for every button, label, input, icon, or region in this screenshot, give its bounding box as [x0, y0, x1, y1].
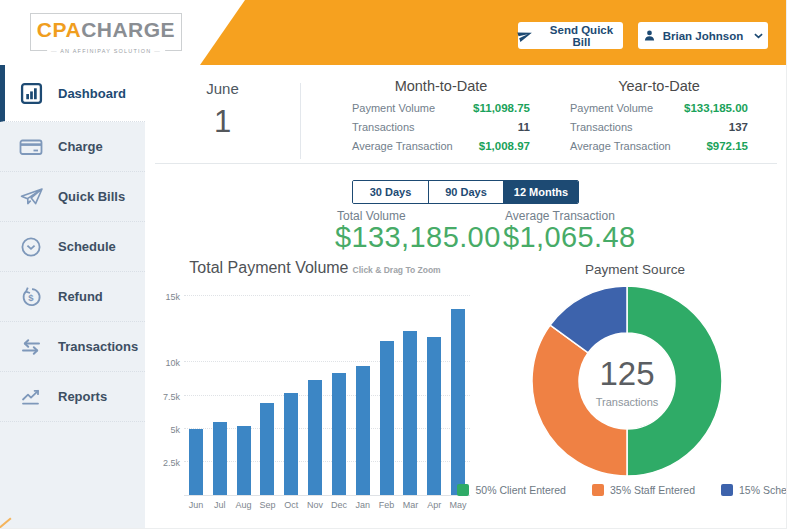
logo-wordmark: CPACHARGE: [31, 14, 181, 46]
x-axis-tick-label: Oct: [279, 500, 303, 510]
x-axis-tick-label: May: [446, 500, 470, 510]
stat-value: $1,008.97: [479, 140, 530, 152]
bar-apr[interactable]: [427, 337, 441, 495]
stat-label: Transactions: [570, 121, 633, 133]
dashboard-icon: [17, 82, 45, 105]
sidebar-item-dashboard[interactable]: Dashboard: [0, 65, 145, 122]
bar-slot: Jun: [184, 296, 208, 495]
x-axis-tick-label: Jun: [184, 500, 208, 510]
bar-chart-title: Total Payment VolumeClick & Drag To Zoom: [158, 259, 472, 277]
stat-row: Transactions 137: [570, 121, 748, 133]
bar-chart-subtitle: Click & Drag To Zoom: [353, 265, 441, 275]
cpacharge-logo: CPACHARGE AN AFFINIPAY SOLUTION: [30, 13, 182, 51]
average-transaction-value: $1,065.48: [503, 221, 636, 254]
sidebar-item-label: Reports: [58, 389, 107, 404]
bar-slot: Apr: [422, 296, 446, 495]
legend-swatch: [721, 484, 733, 496]
bar-jun[interactable]: [189, 429, 203, 495]
line-chart-icon: [17, 386, 45, 408]
current-date: June 1: [145, 80, 300, 140]
y-axis-tick-label: 15k: [156, 292, 180, 302]
bar-sep[interactable]: [260, 403, 274, 495]
transfer-arrows-icon: [17, 337, 45, 357]
send-quick-bill-button[interactable]: Send Quick Bill: [518, 22, 623, 49]
legend-item-scheduled[interactable]: 15% Scheduled: [721, 484, 787, 496]
total-payment-volume-chart[interactable]: 2.5k5k7.5k10k15kJunJulAugSepOctNovDecJan…: [158, 286, 472, 518]
sidebar-item-label: Refund: [58, 289, 103, 304]
date-day: 1: [145, 104, 300, 140]
donut-slice-client-entered[interactable]: [627, 286, 722, 476]
user-icon: [643, 29, 656, 42]
credit-card-icon: [17, 137, 45, 157]
paper-plane-icon: [17, 186, 45, 207]
y-axis-tick-label: 5k: [156, 425, 180, 435]
sidebar-item-quick-bills[interactable]: Quick Bills: [0, 172, 145, 222]
legend-swatch: [457, 484, 469, 496]
x-axis-tick-label: Feb: [375, 500, 399, 510]
bar-slot: Dec: [327, 296, 351, 495]
x-axis-tick-label: Apr: [422, 500, 446, 510]
stat-label: Average Transaction: [352, 140, 453, 152]
stat-label: Payment Volume: [570, 102, 653, 114]
month-to-date-panel: Month-to-Date Payment Volume $11,098.75 …: [352, 78, 530, 152]
stat-label: Transactions: [352, 121, 415, 133]
tab-12-months[interactable]: 12 Months: [503, 181, 578, 203]
bar-slot: Sep: [256, 296, 280, 495]
sidebar-item-refund[interactable]: $ Refund: [0, 272, 145, 322]
sidebar-item-label: Quick Bills: [58, 189, 125, 204]
bar-slot: Jan: [351, 296, 375, 495]
bar-oct[interactable]: [284, 393, 298, 495]
stat-value: $133,185.00: [684, 102, 748, 114]
bar-slot: Mar: [399, 296, 423, 495]
sidebar-item-label: Schedule: [58, 239, 116, 254]
x-axis-tick-label: Nov: [303, 500, 327, 510]
sidebar-item-reports[interactable]: Reports: [0, 372, 145, 422]
x-axis-tick-label: Mar: [399, 500, 423, 510]
clock-icon: [17, 236, 45, 258]
bar-feb[interactable]: [380, 341, 394, 495]
bar-aug[interactable]: [237, 426, 251, 495]
sidebar-item-label: Charge: [58, 139, 103, 154]
year-to-date-title: Year-to-Date: [570, 78, 748, 94]
bar-nov[interactable]: [308, 380, 322, 495]
tab-90-days[interactable]: 90 Days: [428, 181, 503, 203]
bar-jul[interactable]: [213, 422, 227, 495]
send-quick-bill-label: Send Quick Bill: [540, 24, 623, 48]
month-to-date-title: Month-to-Date: [352, 78, 530, 94]
sidebar: Dashboard Charge Quick Bills Schedule $ …: [0, 65, 145, 528]
payment-source-legend: 50% Client Entered35% Staff Entered15% S…: [486, 484, 784, 496]
bar-slot: Aug: [232, 296, 256, 495]
x-axis-tick-label: Aug: [232, 500, 256, 510]
bar-chart-plot-area[interactable]: 2.5k5k7.5k10k15kJunJulAugSepOctNovDecJan…: [184, 296, 470, 496]
date-range-tabs: 30 Days 90 Days 12 Months: [352, 180, 579, 204]
legend-swatch: [592, 484, 604, 496]
user-name-label: Brian Johnson: [663, 30, 744, 42]
sidebar-item-schedule[interactable]: Schedule: [0, 222, 145, 272]
sidebar-item-label: Transactions: [58, 339, 138, 354]
total-volume-value: $133,185.00: [335, 221, 501, 254]
logo-charge-text: CHARGE: [81, 18, 175, 41]
user-menu-button[interactable]: Brian Johnson: [638, 22, 768, 49]
sidebar-item-transactions[interactable]: Transactions: [0, 322, 145, 372]
stat-value: 137: [729, 121, 748, 133]
refund-arrow-icon: $: [17, 286, 45, 308]
legend-item-client-entered[interactable]: 50% Client Entered: [457, 484, 565, 496]
tab-30-days[interactable]: 30 Days: [353, 181, 428, 203]
y-axis-tick-label: 2.5k: [156, 458, 180, 468]
legend-item-staff-entered[interactable]: 35% Staff Entered: [592, 484, 695, 496]
paper-plane-icon: [518, 29, 533, 42]
donut-slice-staff-entered[interactable]: [532, 325, 627, 476]
stat-label: Payment Volume: [352, 102, 435, 114]
stat-label: Average Transaction: [570, 140, 671, 152]
bar-may[interactable]: [451, 309, 465, 495]
bar-dec[interactable]: [332, 373, 346, 495]
sidebar-item-label: Dashboard: [58, 86, 126, 101]
bar-mar[interactable]: [403, 331, 417, 496]
stat-row: Payment Volume $133,185.00: [570, 102, 748, 114]
svg-text:$: $: [28, 291, 34, 302]
sidebar-item-charge[interactable]: Charge: [0, 122, 145, 172]
payment-source-donut-chart[interactable]: [531, 285, 723, 477]
bar-jan[interactable]: [356, 366, 370, 495]
logo-tagline: AN AFFINIPAY SOLUTION: [47, 48, 165, 54]
stat-row: Average Transaction $972.15: [570, 140, 748, 152]
